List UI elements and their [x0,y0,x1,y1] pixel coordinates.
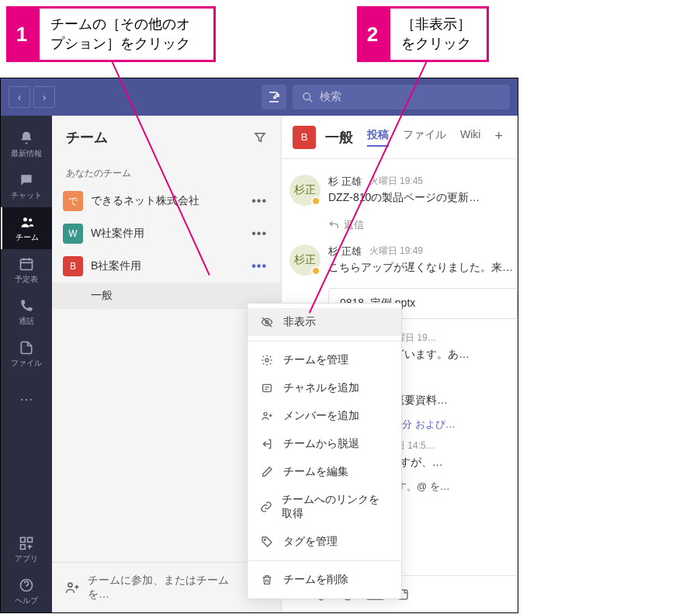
link-icon [260,500,272,514]
channel-avatar: B [293,126,316,149]
teams-header: チーム [52,116,281,159]
svg-point-15 [264,412,267,415]
join-create-icon[interactable] [64,580,80,595]
rail-files[interactable]: ファイル [1,333,52,375]
presence-away-icon [311,196,321,206]
svg-rect-3 [21,259,33,269]
svg-rect-14 [263,384,272,391]
gear-icon [260,353,274,367]
rail-more[interactable]: … [1,375,52,417]
svg-point-2 [29,218,32,221]
callout-2-number: 2 [357,6,388,62]
add-member-icon [260,409,274,423]
svg-rect-5 [28,538,33,543]
tab-files[interactable]: ファイル [403,128,446,147]
compose-icon [267,90,281,104]
nav-arrows: ‹ › [9,86,55,108]
trash-icon [260,573,274,587]
menu-separator [248,560,401,561]
bell-icon [18,130,35,147]
rail-apps[interactable]: アプリ [1,529,52,571]
presence-away-icon [311,266,321,276]
team-more-button-active[interactable]: ••• [248,259,270,273]
help-icon [18,577,35,594]
add-channel-icon [260,381,274,395]
more-icon: … [18,387,35,404]
svg-rect-6 [21,545,26,550]
rail-chat[interactable]: チャット [1,165,52,207]
menu-get-link[interactable]: チームへのリンクを取得 [248,486,401,528]
team-name: できるネット株式会社 [91,194,241,208]
rail-teams[interactable]: チーム [1,207,52,249]
team-item-b[interactable]: B B社案件用 ••• [52,250,281,283]
menu-manage-team[interactable]: チームを管理 [248,346,401,374]
search-placeholder: 検索 [320,90,341,104]
app-rail: 最新情報 チャット チーム 予定表 通話 ファイル [1,116,52,612]
nav-back-button[interactable]: ‹ [9,86,30,108]
reply-button[interactable]: 返信 [328,213,518,237]
menu-leave-team[interactable]: チームから脱退 [248,430,401,458]
tab-posts[interactable]: 投稿 [367,128,389,147]
callout-2: 2 ［非表示］をクリック [357,6,489,62]
team-name: W社案件用 [91,227,241,241]
menu-edit-team[interactable]: チームを編集 [248,458,401,486]
add-tab-button[interactable]: + [494,128,503,147]
avatar: 杉正 [289,175,321,206]
rail-help[interactable]: ヘルプ [1,571,52,612]
team-item-dekiru[interactable]: で できるネット株式会社 ••• [52,185,281,217]
avatar: 杉正 [289,245,321,276]
tag-icon [260,535,274,549]
team-name: B社案件用 [91,259,241,273]
rail-calls[interactable]: 通話 [1,291,52,333]
teams-title: チーム [66,128,108,147]
search-icon [302,92,314,103]
leave-icon [260,437,274,451]
callout-1-number: 1 [6,6,37,62]
filter-icon[interactable] [253,130,267,144]
files-icon [18,339,35,356]
menu-add-channel[interactable]: チャネルを追加 [248,374,401,402]
message-time: 火曜日 19:49 [369,245,423,258]
calendar-icon [18,255,35,272]
compose-button[interactable] [262,85,286,109]
rail-activity[interactable]: 最新情報 [1,123,52,165]
chat-icon [18,172,35,189]
rail-calendar[interactable]: 予定表 [1,249,52,291]
team-more-button[interactable]: ••• [248,227,270,241]
menu-hide[interactable]: 非表示 [248,308,401,336]
svg-point-13 [265,359,269,362]
hide-icon [260,315,274,329]
callout-1-text: チームの［その他のオプション］をクリック [37,6,216,62]
svg-point-16 [264,539,265,540]
edit-icon [260,465,274,479]
team-context-menu: 非表示 チームを管理 チャネルを追加 メンバーを追加 チームから脱退 チームを編… [247,303,402,599]
titlebar: ‹ › 検索 [1,78,518,116]
callout-2-text: ［非表示］をクリック [388,6,489,62]
menu-manage-tags[interactable]: タグを管理 [248,528,401,556]
search-input[interactable]: 検索 [293,85,510,109]
svg-point-1 [23,217,27,221]
message-item: 杉正 杉 正雄火曜日 19:49 こちらアップが遅くなりました。来… [289,237,518,283]
svg-rect-4 [21,538,26,543]
tab-wiki[interactable]: Wiki [460,128,480,147]
menu-add-member[interactable]: メンバーを追加 [248,402,401,430]
message-text: DZZ-810の製品ページの更新… [328,191,518,205]
svg-point-8 [68,583,72,587]
nav-forward-button[interactable]: › [33,86,55,108]
message-author: 杉 正雄 [328,175,362,189]
message-text: こちらアップが遅くなりました。来… [328,261,518,275]
svg-point-0 [303,92,310,99]
menu-delete-team[interactable]: チームを削除 [248,566,401,594]
team-avatar: で [63,191,83,211]
phone-icon [18,297,35,314]
reply-icon [328,220,339,231]
team-item-w[interactable]: W W社案件用 ••• [52,217,281,250]
message-time: 火曜日 19:45 [369,175,423,189]
teams-icon [19,213,36,231]
message-author: 杉 正雄 [328,245,362,258]
join-create-label[interactable]: チームに参加、またはチームを… [88,574,247,602]
channel-header: B 一般 投稿 ファイル Wiki + [282,116,518,159]
team-more-button[interactable]: ••• [248,194,270,208]
apps-icon [18,535,35,552]
team-avatar: W [63,224,83,244]
